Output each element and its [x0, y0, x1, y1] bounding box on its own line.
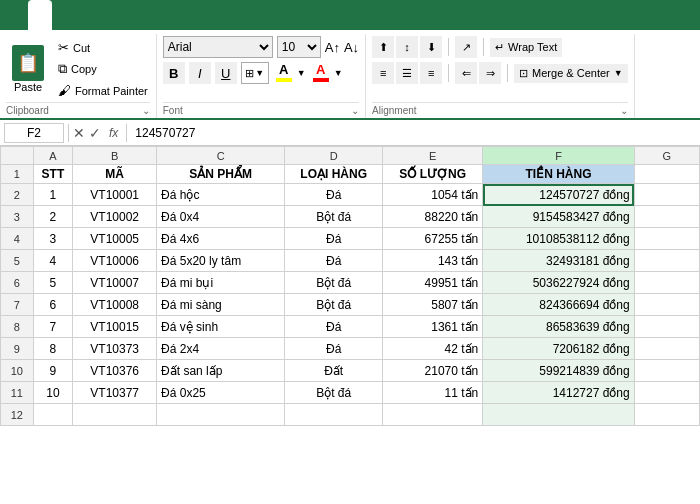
font-size-increase-icon[interactable]: A↑ — [325, 40, 340, 55]
g-cell[interactable] — [634, 250, 699, 272]
col-header-f[interactable]: F — [483, 147, 634, 165]
alignment-expand-icon[interactable]: ⌄ — [620, 105, 628, 116]
tab-home[interactable] — [28, 0, 52, 30]
tien-hang-cell[interactable]: 32493181 đồng — [483, 250, 634, 272]
tien-hang-cell[interactable]: 5036227924 đồng — [483, 272, 634, 294]
tien-hang-cell[interactable]: 824366694 đồng — [483, 294, 634, 316]
row-num[interactable]: 8 — [1, 316, 34, 338]
ma-cell[interactable]: VT10007 — [73, 272, 157, 294]
stt-cell[interactable]: 3 — [33, 228, 73, 250]
col-header-e[interactable]: E — [383, 147, 483, 165]
san-pham-cell[interactable]: Đá 0x25 — [157, 382, 285, 404]
stt-cell[interactable]: 4 — [33, 250, 73, 272]
tab-view[interactable] — [172, 0, 196, 30]
so-luong-cell[interactable]: 11 tấn — [383, 382, 483, 404]
san-pham-cell[interactable]: Đá mi sàng — [157, 294, 285, 316]
stt-cell[interactable]: 9 — [33, 360, 73, 382]
g-cell[interactable] — [634, 338, 699, 360]
paste-button[interactable]: 📋 Paste — [6, 45, 50, 93]
so-luong-cell[interactable]: 1054 tấn — [383, 184, 483, 206]
ma-cell[interactable]: VT10005 — [73, 228, 157, 250]
row-num[interactable]: 4 — [1, 228, 34, 250]
stt-cell[interactable]: 7 — [33, 316, 73, 338]
tab-developer[interactable] — [196, 0, 220, 30]
formula-input[interactable] — [131, 123, 696, 143]
font-size-decrease-icon[interactable]: A↓ — [344, 40, 359, 55]
tien-hang-cell[interactable]: 86583639 đồng — [483, 316, 634, 338]
cut-button[interactable]: ✂ Cut — [56, 38, 150, 57]
so-luong-cell[interactable]: 5807 tấn — [383, 294, 483, 316]
italic-button[interactable]: I — [189, 62, 211, 84]
loai-hang-cell[interactable]: Đá — [285, 228, 383, 250]
loai-hang-cell[interactable]: Đá — [285, 316, 383, 338]
tab-formulas[interactable] — [100, 0, 124, 30]
row-num[interactable]: 9 — [1, 338, 34, 360]
tab-page-layout[interactable] — [76, 0, 100, 30]
wrap-text-button[interactable]: ↵ Wrap Text — [490, 38, 562, 57]
row-num[interactable]: 11 — [1, 382, 34, 404]
san-pham-cell[interactable]: Đá 0x4 — [157, 206, 285, 228]
so-luong-cell[interactable]: 49951 tấn — [383, 272, 483, 294]
loai-hang-cell[interactable]: Bột đá — [285, 206, 383, 228]
so-luong-cell[interactable]: 1361 tấn — [383, 316, 483, 338]
row-num[interactable]: 12 — [1, 404, 34, 426]
loai-hang-cell[interactable]: Đá — [285, 184, 383, 206]
stt-cell[interactable]: 1 — [33, 184, 73, 206]
font-color-button[interactable]: A ▼ — [310, 62, 343, 84]
g-cell[interactable] — [634, 382, 699, 404]
san-pham-cell[interactable]: Đá hộc — [157, 184, 285, 206]
loai-hang-cell[interactable]: Đá — [285, 338, 383, 360]
align-top-button[interactable]: ⬆ — [372, 36, 394, 58]
ma-cell[interactable]: VT10376 — [73, 360, 157, 382]
ma-cell[interactable]: VT10373 — [73, 338, 157, 360]
row-num[interactable]: 6 — [1, 272, 34, 294]
decrease-indent-button[interactable]: ⇐ — [455, 62, 477, 84]
col-header-d[interactable]: D — [285, 147, 383, 165]
row-num[interactable]: 2 — [1, 184, 34, 206]
ma-cell[interactable]: VT10377 — [73, 382, 157, 404]
header-g[interactable] — [634, 165, 699, 184]
stt-cell[interactable]: 10 — [33, 382, 73, 404]
stt-cell[interactable]: 2 — [33, 206, 73, 228]
stt-cell[interactable]: 5 — [33, 272, 73, 294]
ma-cell[interactable]: VT10015 — [73, 316, 157, 338]
so-luong-cell[interactable]: 42 tấn — [383, 338, 483, 360]
header-loai-hang[interactable]: LOẠI HÀNG — [285, 165, 383, 184]
stt-cell[interactable]: 6 — [33, 294, 73, 316]
header-stt[interactable]: STT — [33, 165, 73, 184]
g-cell[interactable] — [634, 228, 699, 250]
loai-hang-cell[interactable]: Đất — [285, 360, 383, 382]
loai-hang-cell[interactable]: Bột đá — [285, 294, 383, 316]
cell-reference-input[interactable] — [4, 123, 64, 143]
cancel-icon[interactable]: ✕ — [73, 125, 85, 141]
align-center-button[interactable]: ☰ — [396, 62, 418, 84]
confirm-icon[interactable]: ✓ — [89, 125, 101, 141]
so-luong-cell[interactable]: 143 tấn — [383, 250, 483, 272]
san-pham-cell[interactable]: Đá vệ sinh — [157, 316, 285, 338]
header-so-luong[interactable]: SỐ LƯỢNG — [383, 165, 483, 184]
ma-cell[interactable]: VT10008 — [73, 294, 157, 316]
tab-data[interactable] — [124, 0, 148, 30]
ma-cell[interactable]: VT10006 — [73, 250, 157, 272]
col-header-b[interactable]: B — [73, 147, 157, 165]
align-middle-button[interactable]: ↕ — [396, 36, 418, 58]
col-header-g[interactable]: G — [634, 147, 699, 165]
header-tien-hang[interactable]: TIỀN HÀNG — [483, 165, 634, 184]
merge-center-button[interactable]: ⊡ Merge & Center ▼ — [514, 64, 628, 83]
g-cell[interactable] — [634, 184, 699, 206]
san-pham-cell[interactable]: Đất san lấp — [157, 360, 285, 382]
so-luong-cell[interactable]: 21070 tấn — [383, 360, 483, 382]
col-header-c[interactable]: C — [157, 147, 285, 165]
tab-insert[interactable] — [52, 0, 76, 30]
tien-hang-cell[interactable]: 7206182 đồng — [483, 338, 634, 360]
loai-hang-cell[interactable]: Bột đá — [285, 382, 383, 404]
g-cell[interactable] — [634, 272, 699, 294]
header-san-pham[interactable]: SẢN PHẨM — [157, 165, 285, 184]
tab-review[interactable] — [148, 0, 172, 30]
g-cell[interactable] — [634, 360, 699, 382]
san-pham-cell[interactable]: Đá 2x4 — [157, 338, 285, 360]
tab-help[interactable] — [220, 0, 244, 30]
tien-hang-cell[interactable]: 599214839 đồng — [483, 360, 634, 382]
font-expand-icon[interactable]: ⌄ — [351, 105, 359, 116]
header-ma[interactable]: MÃ — [73, 165, 157, 184]
